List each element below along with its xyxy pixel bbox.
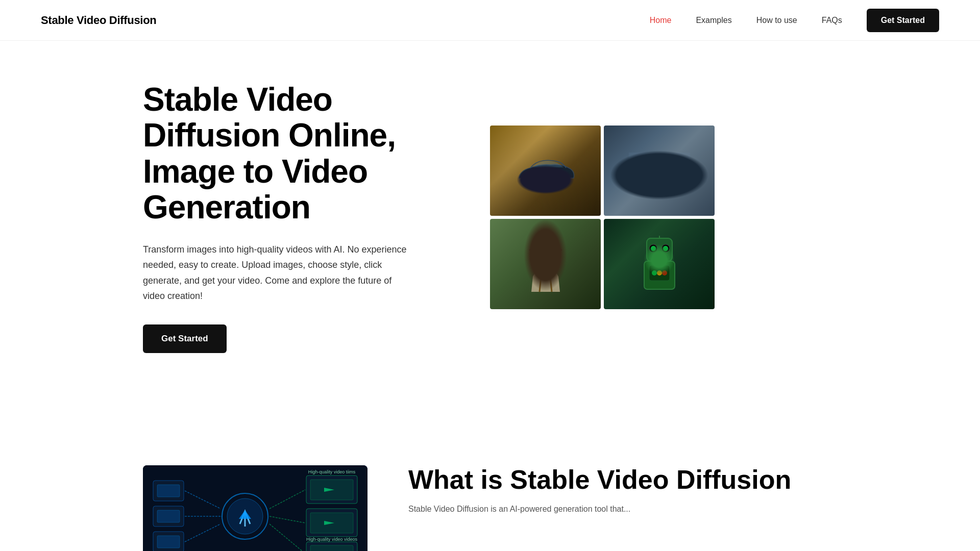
svg-line-16 [550, 271, 552, 292]
svg-rect-6 [654, 165, 660, 169]
svg-rect-4 [638, 165, 644, 169]
what-is-content: What is Stable Video Diffusion Stable Vi… [408, 465, 837, 516]
svg-point-21 [663, 246, 668, 251]
svg-point-8 [641, 179, 647, 185]
what-is-section: AI image pre-training High-quality video… [0, 435, 980, 551]
car-overlay [490, 126, 601, 216]
svg-point-33 [662, 270, 667, 276]
svg-point-14 [536, 250, 555, 270]
svg-rect-13 [536, 238, 555, 251]
robot-overlay [604, 219, 715, 309]
nav-link-examples[interactable]: Examples [696, 16, 731, 25]
nav-get-started-button[interactable]: Get Started [867, 9, 939, 32]
hero-description: Transform images into high-quality video… [143, 242, 408, 304]
svg-rect-42 [157, 510, 180, 522]
svg-point-18 [649, 244, 657, 253]
navbar: Stable Video Diffusion Home Examples How… [0, 0, 980, 41]
hero-image-man [490, 219, 601, 309]
hero-section: Stable Video Diffusion Online, Image to … [0, 41, 980, 394]
section-divider-1 [0, 394, 980, 435]
svg-rect-2 [634, 168, 685, 182]
man-overlay [490, 219, 601, 309]
hero-image-grid [490, 126, 715, 309]
svg-rect-3 [636, 164, 672, 170]
svg-rect-17 [647, 238, 672, 261]
svg-text:High-quality video tiims: High-quality video tiims [308, 469, 356, 474]
svg-point-0 [524, 174, 536, 187]
svg-rect-30 [649, 265, 670, 281]
what-is-title: What is Stable Video Diffusion [408, 465, 837, 494]
svg-point-32 [657, 270, 662, 276]
svg-text:High-quality video videos: High-quality video videos [306, 537, 358, 542]
nav-links: Home Examples How to use FAQs Get Starte… [650, 9, 939, 32]
svg-rect-54 [310, 545, 353, 551]
svg-point-20 [651, 246, 656, 251]
hero-content: Stable Video Diffusion Online, Image to … [143, 82, 449, 353]
svg-rect-7 [638, 170, 645, 176]
svg-rect-43 [157, 536, 180, 548]
svg-point-9 [672, 179, 678, 185]
train-overlay [604, 126, 715, 216]
hero-image-car [490, 126, 601, 216]
svg-rect-24 [651, 255, 668, 259]
nav-link-faqs[interactable]: FAQs [822, 16, 842, 25]
site-logo: Stable Video Diffusion [41, 14, 156, 27]
svg-point-19 [662, 244, 670, 253]
svg-line-15 [540, 271, 542, 292]
hero-get-started-button[interactable]: Get Started [143, 324, 227, 353]
nav-link-how-to-use[interactable]: How to use [756, 16, 797, 25]
what-is-description: Stable Video Diffusion is an AI-powered … [408, 503, 837, 516]
hero-image-train [604, 126, 715, 216]
svg-point-12 [529, 246, 562, 254]
nav-link-home[interactable]: Home [650, 16, 672, 25]
what-is-image: AI image pre-training High-quality video… [143, 465, 368, 551]
diagram-container: AI image pre-training High-quality video… [143, 465, 368, 551]
svg-point-1 [555, 174, 567, 187]
svg-rect-29 [644, 261, 675, 289]
svg-rect-11 [629, 153, 690, 188]
svg-point-31 [652, 270, 657, 276]
svg-rect-5 [646, 165, 652, 169]
svg-point-10 [682, 173, 686, 177]
hero-image-robot [604, 219, 715, 309]
hero-title: Stable Video Diffusion Online, Image to … [143, 82, 449, 226]
svg-rect-41 [157, 485, 180, 497]
